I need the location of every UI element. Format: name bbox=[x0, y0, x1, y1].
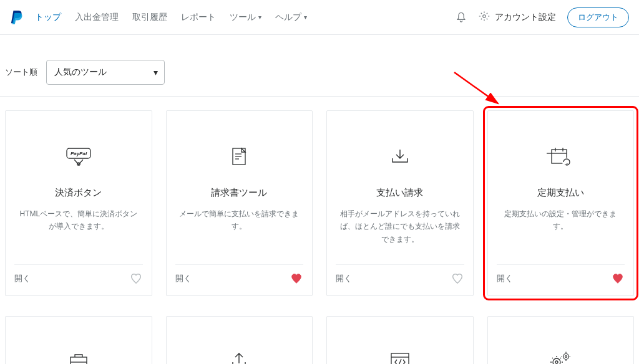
card-desc: 定期支払いの設定・管理ができます。 bbox=[499, 208, 623, 233]
favorite-toggle[interactable] bbox=[611, 272, 625, 285]
card-row2-3[interactable] bbox=[326, 316, 474, 364]
account-settings-label: アカウント設定 bbox=[495, 12, 556, 23]
sort-selected-value: 人気のツール bbox=[54, 67, 107, 78]
sort-bar: ソート順 人気のツール ▾ bbox=[0, 35, 639, 97]
gears-icon bbox=[547, 347, 574, 364]
card-body bbox=[167, 317, 313, 364]
nav-help-label: ヘルプ bbox=[275, 12, 301, 23]
card-footer: 開く bbox=[14, 264, 143, 292]
gear-icon bbox=[479, 11, 490, 24]
download-tray-icon bbox=[388, 143, 412, 171]
tools-grid: PayPal 決済ボタン HTMLベースで、簡単に決済ボタンが導入できます。 開… bbox=[0, 97, 639, 302]
briefcase-icon bbox=[66, 347, 91, 364]
paypal-logo[interactable] bbox=[10, 9, 24, 26]
card-body: 支払い請求 相手がメールアドレスを持っていれば、ほとんど誰にでも支払いを請求でき… bbox=[327, 111, 473, 264]
svg-point-21 bbox=[565, 356, 567, 358]
card-desc: メールで簡単に支払いを請求できます。 bbox=[178, 208, 301, 233]
svg-point-0 bbox=[483, 15, 486, 18]
invoice-icon bbox=[227, 143, 251, 171]
favorite-toggle[interactable] bbox=[129, 272, 143, 285]
open-link[interactable]: 開く bbox=[175, 273, 192, 284]
card-footer: 開く bbox=[497, 264, 625, 292]
card-footer: 開く bbox=[175, 264, 304, 292]
card-title: 決済ボタン bbox=[55, 187, 102, 199]
svg-point-19 bbox=[555, 361, 558, 363]
card-request-money[interactable]: 支払い請求 相手がメールアドレスを持っていれば、ほとんど誰にでも支払いを請求でき… bbox=[326, 110, 474, 296]
card-body bbox=[6, 317, 152, 364]
account-settings-link[interactable]: アカウント設定 bbox=[479, 11, 556, 24]
nav-history[interactable]: 取引履歴 bbox=[132, 12, 167, 23]
card-body bbox=[488, 317, 634, 364]
card-title: 請求書ツール bbox=[211, 187, 267, 199]
card-row2-4[interactable] bbox=[487, 316, 635, 364]
tools-grid-row2 bbox=[0, 302, 639, 364]
nav-right: アカウント設定 ログアウト bbox=[455, 7, 629, 27]
card-body: PayPal 決済ボタン HTMLベースで、簡単に決済ボタンが導入できます。 bbox=[6, 111, 152, 264]
nav-links: トップ 入出金管理 取引履歴 レポート ツール ▾ ヘルプ ▾ bbox=[35, 12, 455, 23]
logout-button[interactable]: ログアウト bbox=[567, 7, 629, 27]
card-body bbox=[327, 317, 473, 364]
favorite-toggle[interactable] bbox=[290, 272, 303, 285]
paypal-button-icon: PayPal bbox=[63, 143, 94, 171]
svg-rect-14 bbox=[71, 357, 87, 364]
card-recurring-payment[interactable]: 定期支払い 定期支払いの設定・管理ができます。 開く bbox=[487, 110, 635, 296]
open-link[interactable]: 開く bbox=[14, 273, 31, 284]
card-body: 請求書ツール メールで簡単に支払いを請求できます。 bbox=[167, 111, 313, 264]
upload-share-icon bbox=[227, 347, 251, 364]
card-desc: HTMLベースで、簡単に決済ボタンが導入できます。 bbox=[17, 208, 140, 233]
card-row2-1[interactable] bbox=[5, 316, 152, 364]
top-nav: トップ 入出金管理 取引履歴 レポート ツール ▾ ヘルプ ▾ アカウント設定 … bbox=[0, 0, 639, 35]
sort-label: ソート順 bbox=[5, 67, 37, 78]
card-body: 定期支払い 定期支払いの設定・管理ができます。 bbox=[488, 111, 634, 264]
code-window-icon bbox=[388, 347, 412, 364]
card-invoice-tool[interactable]: 請求書ツール メールで簡単に支払いを請求できます。 開く bbox=[166, 110, 313, 296]
card-row2-2[interactable] bbox=[166, 316, 313, 364]
nav-tools[interactable]: ツール ▾ bbox=[230, 12, 261, 23]
chevron-down-icon: ▾ bbox=[154, 67, 158, 77]
bell-icon[interactable] bbox=[455, 11, 467, 24]
nav-top[interactable]: トップ bbox=[35, 12, 61, 23]
chevron-down-icon: ▾ bbox=[304, 14, 307, 21]
svg-text:PayPal: PayPal bbox=[71, 151, 87, 156]
calendar-recurring-icon bbox=[547, 143, 574, 171]
favorite-toggle[interactable] bbox=[451, 272, 464, 285]
open-link[interactable]: 開く bbox=[336, 273, 352, 284]
sort-select[interactable]: 人気のツール ▾ bbox=[46, 60, 165, 85]
card-footer: 開く bbox=[336, 264, 464, 292]
open-link[interactable]: 開く bbox=[497, 273, 513, 284]
svg-point-20 bbox=[563, 354, 569, 360]
chevron-down-icon: ▾ bbox=[258, 14, 261, 21]
card-payment-button[interactable]: PayPal 決済ボタン HTMLベースで、簡単に決済ボタンが導入できます。 開… bbox=[5, 110, 152, 296]
card-desc: 相手がメールアドレスを持っていれば、ほとんど誰にでも支払いを請求できます。 bbox=[338, 208, 462, 246]
nav-tools-label: ツール bbox=[230, 12, 256, 23]
card-title: 支払い請求 bbox=[376, 187, 423, 199]
nav-help[interactable]: ヘルプ ▾ bbox=[275, 12, 307, 23]
nav-money[interactable]: 入出金管理 bbox=[75, 12, 119, 23]
nav-report[interactable]: レポート bbox=[181, 12, 216, 23]
card-title: 定期支払い bbox=[537, 187, 584, 199]
